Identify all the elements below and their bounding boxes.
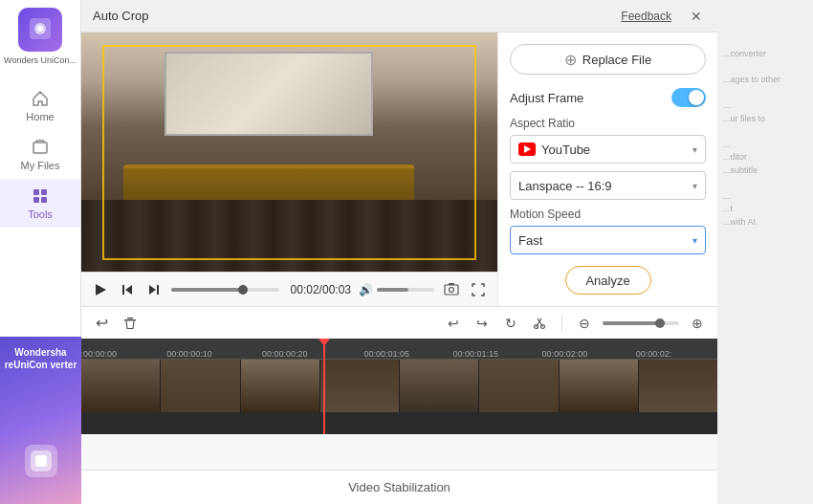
svg-rect-7 (41, 197, 47, 203)
autocrop-dialog: Auto Crop Feedback ✕ (81, 0, 717, 504)
lanspace-label: Lanspace -- 16:9 (518, 179, 612, 193)
toggle-knob (689, 90, 704, 105)
progress-thumb (238, 285, 248, 295)
adjust-frame-label: Adjust Frame (510, 91, 583, 105)
svg-marker-10 (96, 284, 106, 296)
sidebar-logo (18, 8, 62, 52)
dialog-close-button[interactable]: ✕ (687, 7, 706, 26)
tools-icon (31, 186, 50, 206)
video-screen (165, 52, 373, 136)
replace-plus-icon: ⊕ (564, 51, 577, 69)
dialog-right-panel: ⊕ Replace File Adjust Frame Aspect Ratio… (497, 33, 717, 329)
adjust-frame-row: Adjust Frame (510, 88, 706, 107)
sidebar-item-tools[interactable]: Tools (0, 179, 80, 228)
svg-rect-14 (157, 285, 159, 295)
zoom-slider[interactable] (603, 321, 679, 325)
svg-rect-18 (124, 319, 136, 321)
svg-rect-4 (33, 189, 39, 195)
sidebar-item-home[interactable]: Home (0, 81, 80, 130)
aspect-ratio-dropdown-lanspace[interactable]: Lanspace -- 16:9 ▾ (510, 171, 706, 200)
promo-card: Wondersha reUniCon verter (0, 337, 81, 504)
svg-rect-15 (445, 285, 458, 295)
skip-forward-button[interactable] (144, 280, 164, 299)
ruler-tick-0: 00:00:00:00 (81, 349, 117, 359)
motion-speed-label: Motion Speed (510, 208, 706, 221)
svg-rect-3 (33, 142, 47, 153)
motion-speed-value: Fast (518, 233, 542, 248)
bg-text-content: ...converter...ages to other......ur fil… (717, 0, 813, 234)
edit-toolbar: ↩ ↩ ↪ ↻ ⊖ (81, 306, 717, 339)
undo-button[interactable]: ↩ (91, 313, 112, 334)
svg-point-16 (450, 287, 454, 292)
ruler-tick-6: 00:00:02: (636, 349, 672, 359)
svg-rect-17 (449, 283, 454, 285)
playhead-arrow (319, 339, 330, 346)
zoom-fill (603, 321, 660, 325)
analyze-label: Analyze (585, 274, 629, 288)
volume-icon[interactable]: 🔊 (359, 283, 373, 296)
analyze-button[interactable]: Analyze (565, 266, 651, 295)
dialog-title: Auto Crop (93, 9, 149, 23)
progress-bar[interactable] (171, 288, 279, 292)
adjust-frame-toggle[interactable] (671, 88, 706, 107)
svg-rect-26 (35, 455, 47, 467)
redo-timeline-button[interactable]: ↪ (472, 313, 493, 334)
ruler-tick-5: 00:00:02:00 (542, 349, 588, 359)
dialog-titlebar: Auto Crop Feedback ✕ (81, 0, 717, 33)
home-icon (31, 89, 50, 108)
undo-timeline-button[interactable]: ↩ (443, 313, 464, 334)
logo-icon (27, 15, 54, 45)
svg-rect-19 (127, 318, 133, 319)
video-preview (81, 33, 497, 272)
timeline-playhead[interactable] (323, 339, 325, 434)
video-chairs (81, 200, 497, 272)
svg-rect-6 (33, 197, 39, 203)
delete-button[interactable] (120, 313, 141, 334)
volume-area: 🔊 (359, 283, 434, 296)
zoom-in-button[interactable]: ⊕ (687, 313, 708, 334)
svg-point-2 (37, 26, 43, 32)
chevron-down-icon: ▾ (692, 144, 697, 155)
dropdown-icon-area: YouTube (518, 142, 590, 157)
time-display: 00:02/00:03 (291, 283, 351, 296)
main-content: Auto Crop Feedback ✕ (81, 0, 717, 504)
ruler-tick-3: 00:00:01:05 (363, 349, 409, 359)
play-button[interactable] (91, 280, 110, 299)
promo-title: Wondersha reUniCon verter (0, 346, 81, 371)
timeline-video-strip: ♪ (81, 360, 717, 412)
video-stabilization-tab-area: Video Stabilization (81, 470, 717, 504)
files-icon (31, 138, 50, 157)
fullscreen-button[interactable] (469, 280, 488, 299)
ruler-tick-4: 00:00:01:15 (453, 349, 499, 359)
feedback-link[interactable]: Feedback (621, 10, 671, 23)
volume-slider[interactable] (377, 288, 434, 292)
replace-file-label: Replace File (582, 53, 651, 67)
aspect-ratio-dropdown-youtube[interactable]: YouTube ▾ (510, 135, 706, 164)
sidebar-myfiles-label: My Files (21, 160, 60, 171)
toolbar-separator (561, 315, 562, 332)
aspect-ratio-label: Aspect Ratio (510, 117, 706, 130)
sidebar-home-label: Home (26, 111, 54, 122)
replace-file-button[interactable]: ⊕ Replace File (510, 44, 706, 75)
timeline[interactable]: 00:00:00:00 00:00:00:10 00:00:00:20 00:0… (81, 339, 717, 434)
motion-speed-dropdown[interactable]: Fast ▾ (510, 226, 706, 254)
screenshot-button[interactable] (442, 280, 461, 299)
refresh-timeline-button[interactable]: ↻ (500, 313, 521, 334)
chevron-down-icon-3: ▾ (692, 235, 697, 246)
zoom-out-button[interactable]: ⊖ (574, 313, 595, 334)
skip-back-button[interactable] (118, 280, 137, 299)
cut-button[interactable] (529, 313, 550, 334)
promo-graphic (17, 437, 65, 485)
video-stabilization-tab[interactable]: Video Stabilization (348, 480, 450, 494)
zoom-thumb (655, 318, 665, 328)
sidebar-tools-label: Tools (28, 208, 53, 220)
svg-marker-13 (149, 285, 156, 295)
app-name-label: Wonders UniCon... (0, 55, 80, 66)
yt-play-triangle (524, 145, 531, 153)
svg-marker-12 (125, 285, 132, 295)
sidebar-item-myfiles[interactable]: My Files (0, 130, 80, 179)
youtube-label: YouTube (541, 142, 590, 157)
ruler-tick-2: 00:00:00:20 (262, 349, 308, 359)
svg-rect-11 (122, 285, 124, 295)
timeline-ruler: 00:00:00:00 00:00:00:10 00:00:00:20 00:0… (81, 339, 717, 360)
